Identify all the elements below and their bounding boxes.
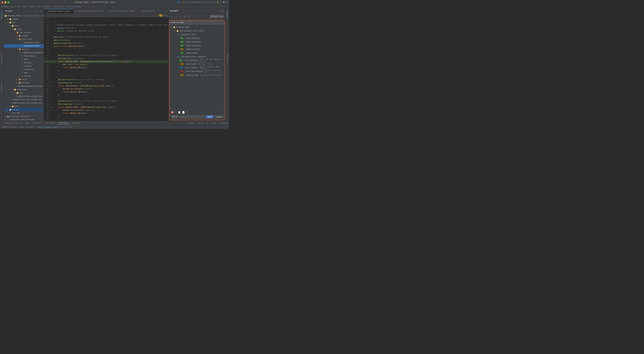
tree-item-app-props[interactable]: ⊞ application.properties	[4, 95, 44, 98]
breadcrumb-item-echoapi[interactable]: echoapi	[42, 6, 50, 8]
more-tabs-icon[interactable]: ⋮	[165, 11, 167, 13]
locate-icon[interactable]: ⊙	[23, 10, 26, 13]
paste-icon[interactable]: ⊞	[183, 15, 186, 18]
tree-item-main[interactable]: ▼ 📁 main	[4, 24, 44, 28]
api-getbyid2-item[interactable]: G /demo/getById2	[170, 40, 224, 44]
upload-icon[interactable]: ⬆	[174, 15, 178, 18]
tree-item-service[interactable]: ▶ 📦 service	[4, 81, 44, 85]
tree-item-src[interactable]: ▼ 📁 src	[4, 21, 44, 24]
tree-item-student[interactable]: C Student	[4, 65, 44, 68]
tree-item-common[interactable]: ▶ 📦 common	[4, 34, 44, 38]
search-icon[interactable]: 🔍	[223, 1, 225, 3]
warning-down-icon[interactable]: ▼	[166, 15, 167, 17]
tree-item-roleson[interactable]: C RoleSon	[4, 61, 44, 65]
vert-tab-bookmarks[interactable]: Bookmarks	[0, 53, 3, 65]
right-settings-icon[interactable]: ⚙	[220, 10, 222, 12]
api-upload2-item[interactable]: P /demo/upload2	[170, 48, 224, 51]
warning-up-icon[interactable]: ▲	[164, 15, 165, 17]
tree-item-parentrole[interactable]: C ParentRole	[4, 54, 44, 58]
tree-item-controller[interactable]: ▼ 📦 controller	[4, 38, 44, 41]
vert-tab-coverage[interactable]: Coverage	[226, 53, 228, 63]
req-icon-5[interactable]: ⏱	[186, 111, 188, 114]
tab-app-props[interactable]: ⊞ application.properties ✕	[73, 9, 106, 13]
copy-icon[interactable]: ⊡	[178, 15, 182, 18]
tree-item-democontroller[interactable]: C DemoController	[4, 41, 44, 44]
api-user-save-item[interactable]: P /user/save New user return	[170, 62, 224, 66]
env-selector[interactable]: Default Env	[210, 15, 224, 18]
api-usercontroller-item[interactable]: ▼ ⊙ UserController module2	[170, 55, 224, 59]
breadcrumb-item-src[interactable]: src	[17, 6, 20, 8]
api-user-update-item[interactable]: Pu /user/update Modify the user and retu…	[170, 66, 224, 70]
expand-sidebar-icon[interactable]: ⊞	[40, 10, 42, 13]
right-expand-icon[interactable]: ⊞	[223, 10, 224, 12]
tab-usercontroller[interactable]: ☕ UserController.java ✕	[44, 9, 73, 13]
bottom-tab-services[interactable]: ⚙ Services	[57, 122, 70, 125]
tree-item-external-libs[interactable]: ▶ 📚 External Libraries	[4, 115, 44, 118]
breadcrumb-item-controller[interactable]: controller	[53, 6, 64, 8]
tree-item-com-echoapi[interactable]: ▼ 📦 com.echoapi	[4, 31, 44, 34]
vert-tab-echoapi[interactable]: EchoAPI	[226, 10, 228, 19]
tree-item-test[interactable]: ▶ 📁 test	[4, 105, 44, 108]
tree-item-usercontroller[interactable]: C UserController	[4, 44, 44, 48]
close-button[interactable]	[1, 1, 3, 3]
tab-close-user[interactable]: ✕	[154, 10, 155, 12]
tree-item-root[interactable]: ▼ 📁 echoapi-demo ~/workSpace/echoapi-dem…	[4, 14, 44, 18]
req-icon-2[interactable]: ⬆	[175, 111, 176, 114]
tab-pom[interactable]: ⊡ pom.xml (echoapi-demo) ✕	[106, 9, 139, 13]
refresh-icon[interactable]: ↻	[170, 15, 173, 18]
more-icon[interactable]: ⊕	[220, 1, 222, 3]
tab-close-app-props[interactable]: ✕	[103, 10, 104, 12]
tree-item-idea[interactable]: ▶ 📁 .idea	[4, 18, 44, 21]
tree-item-netty[interactable]: ▶ 📦 netty	[4, 78, 44, 81]
send-button[interactable]: Send	[206, 115, 214, 118]
api-user-getbyid-item[interactable]: G /user/getById Gets the user object by …	[170, 59, 224, 62]
bottom-tab-terminal[interactable]: ⌨ Terminal	[43, 122, 56, 125]
user-icon[interactable]: 👤	[178, 1, 180, 3]
tree-item-uservo[interactable]: C UserVO	[4, 75, 44, 78]
tree-item-resources[interactable]: ▼ 📁 resources	[4, 88, 44, 91]
history-icon[interactable]: ⏱	[187, 15, 191, 18]
tree-item-logenum[interactable]: E LogRequestTypeEnum	[4, 51, 44, 54]
vert-tab-structure[interactable]: Structure	[0, 82, 3, 93]
api-democontroller-item[interactable]: ▼ ⊙ DemoController	[170, 33, 224, 37]
tree-item-target[interactable]: ▶ 📁 target	[4, 108, 44, 111]
api-export-item[interactable]: G /demo/export	[170, 51, 224, 55]
code-editor[interactable]: 12 13 /** 14 * Comment priority:Document…	[44, 18, 168, 121]
tree-item-entity[interactable]: ▼ 📦 entity	[4, 48, 44, 51]
tree-item-sysdevice[interactable]: C SysDevice	[4, 68, 44, 71]
breadcrumb-item-main[interactable]: main	[23, 6, 27, 8]
tree-item-echoapi-app[interactable]: C EchoapiDemoApplication	[4, 85, 44, 88]
api-user-upload-item[interactable]: P /user/upload Upload profile picture	[170, 73, 224, 77]
bottom-tab-build[interactable]: 🔨 Build	[70, 122, 82, 125]
dont-suggest-link[interactable]: Don't suggest again	[38, 126, 58, 128]
bottom-tab-todo[interactable]: TODO	[24, 122, 31, 125]
api-getbyid3-item[interactable]: G /demo/getById3	[170, 44, 224, 48]
debug-icon[interactable]: 🐛	[217, 1, 219, 3]
minimize-button[interactable]	[4, 1, 6, 3]
tree-item-test-props[interactable]: ⊞ application-test.properties	[4, 101, 44, 105]
tree-item-lib[interactable]: ▶ 📁 lib	[4, 91, 44, 95]
collapse-icon[interactable]: ≡	[26, 10, 29, 13]
close-panel-icon[interactable]: ✕	[192, 15, 195, 18]
bottom-tab-problems[interactable]: Problems	[31, 122, 43, 125]
req-icon-3[interactable]: 📋	[178, 111, 180, 114]
vert-tab-project[interactable]: Project	[0, 10, 3, 19]
tree-item-dev-props[interactable]: ⊞ application-dev.properties	[4, 98, 44, 101]
api-root-item[interactable]: ▼ 📁 echoapi-demo	[170, 25, 224, 29]
breadcrumb-item-file[interactable]: UserController	[66, 6, 82, 8]
tree-item-role[interactable]: C Role	[4, 58, 44, 61]
tree-item-user[interactable]: C User	[4, 71, 44, 75]
breadcrumb-item-java[interactable]: java	[30, 6, 34, 8]
method-selector[interactable]: GET ▼	[171, 115, 178, 118]
filter-icon[interactable]: ⊛	[33, 10, 36, 13]
run-icon[interactable]: ▶	[214, 1, 216, 3]
api-getbyid-item[interactable]: G /demo/getById	[170, 37, 224, 40]
settings-icon[interactable]: ⚙	[226, 1, 228, 3]
breadcrumb-item-root[interactable]: echoapi-demo	[1, 6, 14, 8]
tab-close-usercontroller[interactable]: ✕	[70, 10, 71, 12]
tree-item-scratches[interactable]: ▶ ✏ Scratches and Consoles	[4, 118, 44, 121]
tab-close-pom[interactable]: ✕	[136, 10, 136, 12]
forward-icon[interactable]: ▶	[184, 1, 185, 3]
run-config-label[interactable]: EchoapiDemoApplication ▼	[186, 1, 213, 3]
maximize-button[interactable]	[8, 1, 10, 3]
